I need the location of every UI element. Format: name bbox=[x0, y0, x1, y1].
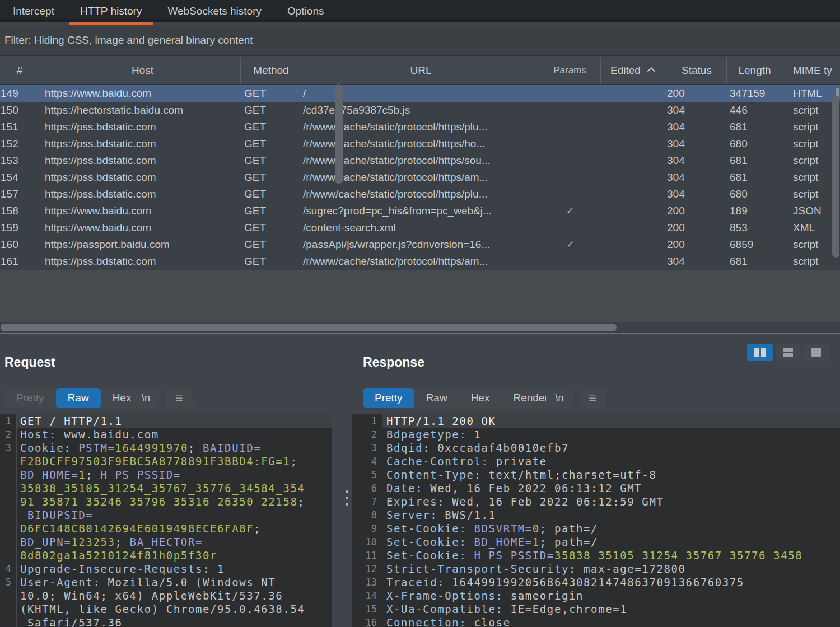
cell-params bbox=[539, 102, 601, 119]
table-row[interactable]: 151https://pss.bdstatic.comGET/r/www/cac… bbox=[0, 119, 840, 135]
tab-websockets-history[interactable]: WebSockets history bbox=[155, 0, 274, 22]
column-header-label: URL bbox=[410, 64, 431, 76]
cell-params bbox=[539, 152, 601, 169]
code-line: 13Traceid: 16449919920568643082147486370… bbox=[352, 575, 840, 589]
code-line: 2Bdpagetype: 1 bbox=[352, 428, 840, 441]
table-row[interactable]: 157https://pss.bdstatic.comGET/r/www/cac… bbox=[0, 186, 840, 203]
cell-length: 681 bbox=[727, 152, 780, 169]
cell-params bbox=[539, 219, 601, 236]
cell-method: GET bbox=[241, 169, 298, 186]
params-check-icon: ✓ bbox=[539, 236, 601, 253]
cell-status: 304 bbox=[662, 119, 727, 135]
filter-bar[interactable]: Filter: Hiding CSS, image and general bi… bbox=[0, 26, 840, 56]
cell-status: 304 bbox=[662, 253, 727, 270]
message-editor-section: Request Response PrettyRawHex \n ≡ Prett… bbox=[0, 334, 840, 627]
cell-num: 157 bbox=[0, 186, 39, 203]
column-header-status[interactable]: Status bbox=[662, 57, 727, 84]
cell-edited bbox=[601, 236, 662, 253]
column-header-mime-ty[interactable]: MIME ty bbox=[780, 57, 840, 84]
cell-url: /sugrec?prod=pc_his&from=pc_web&j... bbox=[298, 203, 539, 219]
cell-mime: JSON bbox=[780, 203, 840, 219]
code-line: F2BDCFF97503F9EBC5A8778891F3BBD4:FG=1; bbox=[0, 455, 332, 468]
request-menu-button[interactable]: ≡ bbox=[166, 388, 193, 408]
table-row[interactable]: 159https://www.baidu.comGET/content-sear… bbox=[0, 219, 840, 236]
cell-edited bbox=[601, 135, 662, 152]
vertical-splitter-handle-icon[interactable] bbox=[346, 490, 348, 506]
cell-mime: script bbox=[780, 253, 840, 270]
cell-params bbox=[539, 85, 601, 102]
table-row[interactable]: 154https://pss.bdstatic.comGET/r/www/cac… bbox=[0, 169, 840, 186]
code-line: BIDUPSID= bbox=[0, 508, 332, 522]
hamburger-menu-icon: ≡ bbox=[589, 391, 596, 405]
code-text: User-Agent: Mozilla/5.0 (Windows NT bbox=[17, 575, 332, 589]
column-header-params[interactable]: Params bbox=[539, 57, 601, 84]
line-number: 3 bbox=[352, 441, 382, 455]
code-text: D6FC148CB0142694E6019498ECE6FA8F; bbox=[17, 522, 332, 535]
tab-options[interactable]: Options bbox=[274, 0, 337, 22]
code-line: 11Set-Cookie: H_PS_PSSID=35838_35105_312… bbox=[352, 549, 840, 562]
table-row[interactable]: 149https://www.baidu.comGET/200347159HTM… bbox=[0, 85, 840, 102]
response-menu-button[interactable]: ≡ bbox=[580, 388, 605, 408]
code-text: Upgrade-Insecure-Requests: 1 bbox=[17, 562, 332, 575]
line-number bbox=[0, 616, 17, 627]
horizontal-scrollbar-thumb[interactable] bbox=[1, 324, 617, 331]
response-tab-pretty[interactable]: Pretty bbox=[363, 388, 414, 408]
table-row[interactable]: 150https://hectorstatic.baidu.comGET/cd3… bbox=[0, 102, 840, 119]
single-layout-button[interactable] bbox=[803, 344, 829, 361]
code-line: 9Set-Cookie: BDSVRTM=0; path=/ bbox=[352, 522, 840, 535]
table-row[interactable]: 161https://pss.bdstatic.comGET/r/www/cac… bbox=[0, 253, 840, 270]
table-row[interactable]: 152https://pss.bdstatic.comGET/r/www/cac… bbox=[0, 135, 840, 152]
code-line: (KHTML, like Gecko) Chrome/95.0.4638.54 bbox=[0, 602, 332, 616]
cell-mime: XML bbox=[780, 219, 840, 236]
request-editor-scrollbar[interactable] bbox=[335, 84, 343, 184]
response-tab-raw[interactable]: Raw bbox=[414, 388, 459, 408]
column-header-length[interactable]: Length bbox=[727, 57, 780, 84]
line-number: 12 bbox=[352, 562, 382, 575]
column-header-[interactable]: # bbox=[0, 57, 39, 84]
column-header-host[interactable]: Host bbox=[39, 57, 241, 84]
code-text: Safari/537.36 bbox=[17, 616, 332, 627]
cell-method: GET bbox=[241, 135, 298, 152]
tab-http-history[interactable]: HTTP history bbox=[67, 0, 155, 22]
response-tab-hex[interactable]: Hex bbox=[459, 388, 502, 408]
request-tab-pretty[interactable]: Pretty bbox=[4, 388, 56, 408]
line-number: 14 bbox=[352, 589, 382, 602]
cell-method: GET bbox=[241, 85, 298, 102]
code-line: 8d802ga1a5210124f81h0p5f30r bbox=[0, 549, 332, 562]
line-number bbox=[0, 589, 17, 602]
cell-length: 347159 bbox=[727, 85, 780, 102]
cell-status: 200 bbox=[662, 203, 727, 219]
request-tab-raw[interactable]: Raw bbox=[56, 388, 101, 408]
line-number: 7 bbox=[352, 495, 382, 508]
column-header-method[interactable]: Method bbox=[241, 57, 298, 84]
table-row[interactable]: 153https://pss.bdstatic.comGET/r/www/cac… bbox=[0, 152, 840, 169]
response-editor-scrollbar[interactable] bbox=[832, 95, 839, 258]
request-editor[interactable]: 1GET / HTTP/1.12Host: www.baidu.com3Cook… bbox=[0, 414, 332, 627]
request-newline-toggle-button[interactable]: \n bbox=[133, 388, 159, 408]
line-number bbox=[0, 481, 17, 495]
code-text: Date: Wed, 16 Feb 2022 06:13:12 GMT bbox=[382, 481, 840, 495]
cell-mime: script bbox=[780, 152, 840, 169]
rows-layout-button[interactable] bbox=[775, 344, 801, 361]
cell-status: 304 bbox=[662, 152, 727, 169]
cell-num: 160 bbox=[0, 236, 39, 253]
tab-intercept[interactable]: Intercept bbox=[0, 0, 67, 22]
code-text: 8d802ga1a5210124f81h0p5f30r bbox=[17, 549, 332, 562]
cell-edited bbox=[601, 102, 662, 119]
cell-params bbox=[539, 253, 601, 270]
response-newline-toggle-button[interactable]: \n bbox=[546, 388, 573, 408]
table-row[interactable]: 160https://passport.baidu.comGET/passApi… bbox=[0, 236, 840, 253]
cell-method: GET bbox=[241, 186, 298, 203]
cell-status: 200 bbox=[662, 85, 727, 102]
column-header-url[interactable]: URL bbox=[298, 57, 539, 84]
cell-length: 446 bbox=[727, 102, 780, 119]
table-row[interactable]: 158https://www.baidu.comGET/sugrec?prod=… bbox=[0, 203, 840, 219]
line-number: 1 bbox=[0, 414, 17, 428]
cell-mime: script bbox=[780, 119, 840, 135]
response-editor[interactable]: 1HTTP/1.1 200 OK2Bdpagetype: 13Bdqid: 0x… bbox=[352, 414, 840, 627]
cell-params bbox=[539, 119, 601, 135]
columns-layout-button[interactable] bbox=[747, 344, 773, 361]
main-tabs: InterceptHTTP historyWebSockets historyO… bbox=[0, 0, 840, 22]
code-text: Cache-Control: private bbox=[382, 455, 840, 468]
column-header-edited[interactable]: Edited bbox=[601, 57, 662, 84]
